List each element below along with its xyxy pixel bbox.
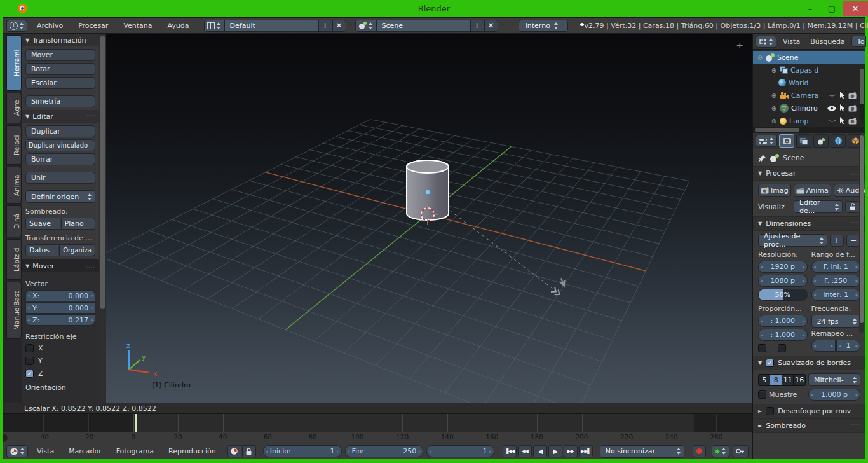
- jump-to-end-button[interactable]: ▶▶▌: [579, 445, 593, 457]
- panel-dimensiones-header[interactable]: ▼Dimensiones::::: [753, 216, 865, 231]
- remap-old-field[interactable]: [811, 340, 836, 352]
- resolution-y-field[interactable]: 1080 p: [758, 275, 808, 287]
- filter-size-field[interactable]: 1.000 p: [808, 389, 860, 401]
- frame-end-field[interactable]: Fin:250: [345, 445, 424, 457]
- frame-start-field[interactable]: Inicio:1: [263, 445, 342, 457]
- datos-button[interactable]: Datos: [25, 244, 58, 256]
- menu-ventana[interactable]: Ventana: [118, 22, 158, 30]
- current-frame-field[interactable]: 1: [426, 445, 494, 457]
- outliner-item-camera[interactable]: ⊕ Camera: [753, 89, 865, 102]
- scene-selector[interactable]: [355, 20, 376, 32]
- screen-layout-selector[interactable]: [204, 20, 224, 32]
- organiza-button[interactable]: Organiza: [59, 244, 95, 256]
- lock-interface-button[interactable]: [845, 201, 860, 213]
- axis-z-checkbox[interactable]: ✓: [25, 370, 34, 378]
- tab-render[interactable]: [779, 134, 794, 148]
- outliner-display-mode-dropdown[interactable]: To: [851, 36, 867, 47]
- tab-scene[interactable]: [813, 134, 829, 148]
- definir-origen-dropdown[interactable]: Definir origen: [25, 190, 95, 203]
- suave-button[interactable]: Suave: [25, 218, 60, 230]
- panel-editar-header[interactable]: ▼Editar::::: [22, 110, 99, 123]
- preview-range-toggle[interactable]: [227, 445, 241, 457]
- tab-render-layers[interactable]: [796, 134, 811, 148]
- tab-world[interactable]: [831, 134, 846, 148]
- viewport-3d[interactable]: z y x Usuario (persp) (1) Cilindro +: [106, 34, 752, 403]
- expander-icon[interactable]: ⊕: [771, 105, 777, 112]
- simetria-button[interactable]: Simetría: [25, 95, 95, 107]
- plano-button[interactable]: Plano: [61, 218, 96, 230]
- properties-scrollbar[interactable]: [859, 135, 864, 333]
- duplicar-button[interactable]: Duplicar: [25, 125, 95, 137]
- render-image-button[interactable]: Imag: [758, 184, 791, 197]
- timeline-numbers[interactable]: -40-200204060801001201401601802002202402…: [3, 432, 752, 443]
- timeline-strip[interactable]: [3, 413, 752, 432]
- tab-agregar[interactable]: Agre: [6, 93, 22, 123]
- sync-mode-dropdown[interactable]: No sincronizar: [600, 445, 684, 458]
- tab-relaciones[interactable]: Relaci: [6, 125, 22, 165]
- vector-y-field[interactable]: Y:0.000: [25, 302, 95, 314]
- tab-herramientas[interactable]: Herrami: [6, 35, 22, 91]
- add-preset-button[interactable]: +: [830, 235, 844, 247]
- tab-lapiz[interactable]: Lápiz d: [6, 239, 22, 280]
- jump-prev-keyframe-button[interactable]: ◀◀: [518, 445, 532, 457]
- eye-icon[interactable]: [827, 106, 836, 111]
- outliner-hscrollbar[interactable]: [753, 127, 865, 133]
- panel-sombreado-header[interactable]: ►Sombreado::::: [753, 418, 865, 433]
- outliner-item-capas[interactable]: ⊕ Capas d: [753, 64, 865, 76]
- jump-next-keyframe-button[interactable]: ▶▶: [564, 445, 578, 457]
- antialias-checkbox[interactable]: ✓: [766, 359, 774, 367]
- axis-x-checkbox[interactable]: [25, 344, 34, 352]
- outliner-menu-vista[interactable]: Vista: [779, 38, 804, 46]
- cursor-select-icon[interactable]: [839, 117, 845, 125]
- keying-set-dropdown[interactable]: [712, 445, 729, 457]
- aa-samples-11[interactable]: 11: [782, 374, 794, 386]
- outliner-menu-busqueda[interactable]: Búsqueda: [806, 38, 849, 46]
- border-checkbox[interactable]: [758, 344, 766, 352]
- add-scene-button[interactable]: +: [470, 20, 484, 32]
- frame-step-field[interactable]: Inter: 1: [811, 289, 861, 301]
- expander-icon[interactable]: ⊖: [757, 54, 763, 61]
- aa-samples-16[interactable]: 16: [794, 374, 805, 386]
- rotar-button[interactable]: Rotar: [25, 63, 95, 75]
- borrar-button[interactable]: Borrar: [25, 153, 95, 165]
- cylinder-object[interactable]: [407, 160, 449, 220]
- tab-dinamica[interactable]: Diná: [6, 205, 22, 237]
- panel-suavizado-header[interactable]: ▼✓Suavizado de bordes: [753, 356, 865, 370]
- tab-constraints[interactable]: [865, 134, 865, 148]
- render-preset-dropdown[interactable]: Ajustes de proc...: [758, 234, 827, 247]
- eye-closed-icon[interactable]: [828, 118, 836, 123]
- aa-filter-dropdown[interactable]: Mitchell-: [808, 373, 860, 386]
- frame-start-prop-field[interactable]: F. ini: 1: [811, 261, 861, 273]
- lock-time-cursor-button[interactable]: [242, 445, 256, 457]
- jump-to-start-button[interactable]: ▐◀◀: [503, 445, 517, 457]
- toolshelf-scrollbar[interactable]: [99, 34, 106, 403]
- timeline-menu-vista[interactable]: Vista: [31, 447, 60, 455]
- fps-dropdown[interactable]: 24 fps: [811, 315, 861, 328]
- render-visibility-icon[interactable]: [848, 105, 857, 112]
- aspect-x-field[interactable]: : 1.000: [758, 315, 808, 327]
- add-layout-button[interactable]: +: [318, 20, 332, 32]
- outliner-item-cilindro[interactable]: ⊕ ▽ Cilindro: [753, 102, 865, 114]
- menu-archivo[interactable]: Archivo: [31, 22, 69, 30]
- outliner-scrollbar[interactable]: [860, 69, 864, 120]
- timeline-scroll-knob[interactable]: [3, 434, 8, 442]
- breadcrumb-scene-label[interactable]: Scene: [783, 154, 804, 162]
- play-reverse-button[interactable]: ◀: [533, 445, 547, 457]
- axis-y-checkbox[interactable]: [25, 357, 34, 365]
- current-frame-marker[interactable]: [135, 414, 137, 432]
- editor-type-properties-button[interactable]: [756, 135, 777, 147]
- timeline-menu-marcador[interactable]: Marcador: [63, 447, 107, 455]
- aa-samples-8[interactable]: 8: [770, 374, 782, 386]
- crop-checkbox[interactable]: [778, 344, 786, 352]
- outliner-item-lamp[interactable]: ⊕ Lamp: [753, 114, 865, 127]
- panel-procesar-header[interactable]: ▼Procesar::::: [753, 166, 865, 181]
- aa-samples-5[interactable]: 5: [758, 374, 770, 386]
- properties-region-toggle[interactable]: +: [736, 40, 743, 50]
- panel-mover-header[interactable]: ▼Mover::::: [22, 259, 99, 272]
- render-visibility-icon[interactable]: [848, 92, 857, 99]
- outliner-item-world[interactable]: World: [753, 76, 865, 89]
- play-button[interactable]: ▶: [548, 445, 562, 457]
- editor-type-info-button[interactable]: i: [6, 20, 27, 32]
- editor-type-timeline-button[interactable]: [6, 445, 28, 457]
- escalar-button[interactable]: Escalar: [25, 77, 95, 89]
